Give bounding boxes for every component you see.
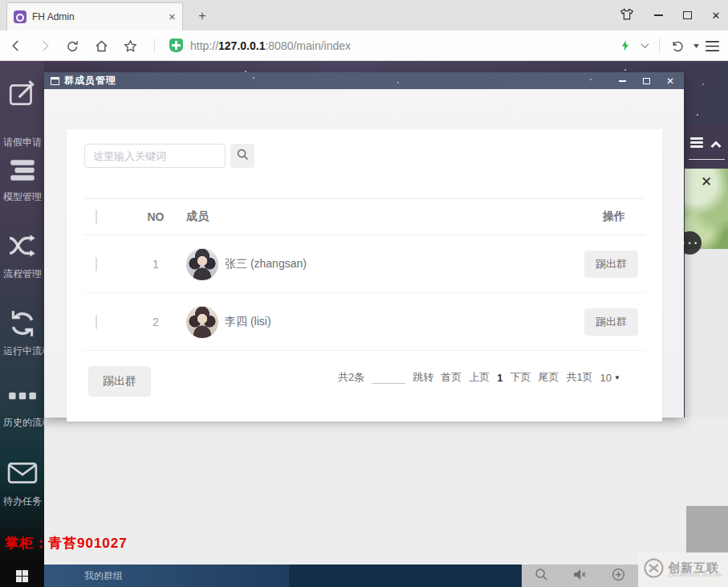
pagination-next-button[interactable]: 下页: [510, 370, 531, 385]
row-checkbox[interactable]: [96, 315, 97, 329]
row-no: 2: [140, 316, 172, 328]
new-tab-button[interactable]: +: [193, 6, 212, 26]
site-security-icon[interactable]: [169, 39, 183, 52]
members-card: NO 成员 操作 1 张三 (zhangsan) 踢出群: [67, 129, 662, 422]
search-icon: [237, 149, 249, 163]
windows-start-button[interactable]: [0, 565, 44, 587]
chevron-up-icon[interactable]: [710, 137, 722, 152]
row-no: 1: [140, 258, 172, 271]
undo-dropdown-caret-icon[interactable]: [687, 37, 705, 55]
url-scheme: http://: [190, 39, 218, 52]
sidebar-label: 流程管理: [3, 267, 42, 281]
table-row: 2 李四 (lisi) 踢出群: [84, 293, 645, 351]
viewer-controls: [522, 565, 638, 587]
page-viewport: 请假申请 模型管理 流程管理: [0, 61, 728, 587]
right-gray-panel: [686, 506, 728, 552]
tab-close-icon[interactable]: ✕: [169, 12, 176, 22]
pagination-total: 共2条: [338, 370, 364, 385]
chevron-down-icon[interactable]: [636, 37, 653, 55]
sidebar-label: 模型管理: [3, 190, 42, 204]
member-avatar: [186, 306, 218, 338]
member-avatar: [186, 248, 218, 280]
page-size-value: 10: [600, 372, 612, 384]
tab-title: FH Admin: [32, 11, 163, 22]
site-favicon-icon: [14, 10, 26, 23]
dialog-close-button[interactable]: ✕: [665, 75, 676, 87]
row-checkbox[interactable]: [96, 257, 97, 271]
member-name: 张三 (zhangsan): [225, 257, 307, 271]
kick-member-button[interactable]: 踢出群: [584, 251, 638, 278]
dialog-maximize-button[interactable]: [641, 75, 652, 87]
browser-toolbar: http://127.0.0.1:8080/main/index: [0, 31, 728, 61]
table-header-row: NO 成员 操作: [84, 198, 645, 235]
pagination-prev-button[interactable]: 上页: [469, 370, 490, 385]
toolbar-separator: [659, 39, 660, 53]
pagination-jump-button[interactable]: 跳转: [413, 370, 433, 385]
zoom-in-icon[interactable]: [612, 568, 625, 585]
sidebar-label: 历史的流程: [3, 416, 51, 430]
column-header-action: 操作: [542, 210, 638, 224]
address-bar[interactable]: http://127.0.0.1:8080/main/index: [190, 36, 351, 55]
browser-tabstrip: FH Admin ✕ + ✕: [0, 0, 728, 31]
search-button[interactable]: [230, 144, 254, 168]
forward-icon[interactable]: [35, 37, 55, 55]
edit-icon: [7, 79, 38, 112]
browser-tab[interactable]: FH Admin ✕: [6, 2, 183, 31]
ellipsis-icon: [7, 390, 38, 405]
chat-close-icon[interactable]: ✕: [701, 173, 712, 190]
brand-logo-icon: [644, 558, 664, 581]
kick-selected-button[interactable]: 踢出群: [88, 366, 151, 397]
dialog-minimize-button[interactable]: [616, 75, 628, 87]
lightning-icon[interactable]: [616, 37, 634, 55]
dialog-titlebar[interactable]: 群成员管理 ✕: [44, 72, 684, 89]
sidebar-label: 请假申请: [3, 136, 42, 149]
toolbar-separator: [154, 39, 155, 53]
my-groups-tab[interactable]: 我的群组: [84, 569, 123, 583]
content-background: [44, 418, 728, 587]
pagination: 共2条 跳转 首页 上页 1 下页 尾页 共1页 10 ▼: [338, 370, 620, 385]
envelope-icon: [7, 461, 38, 488]
page-size-select[interactable]: 10 ▼: [600, 372, 620, 384]
brand-latin: CHUANGXIN HULIAN: [668, 573, 722, 577]
url-host: 127.0.0.1: [218, 39, 265, 52]
url-path: :8080/main/index: [265, 39, 351, 52]
chat-menu-icon[interactable]: [690, 137, 703, 147]
table-row: 1 张三 (zhangsan) 踢出群: [84, 235, 645, 293]
back-icon[interactable]: [6, 37, 26, 55]
favorites-star-icon[interactable]: [120, 37, 140, 55]
menu-hamburger-icon[interactable]: [703, 37, 721, 55]
app-sidebar: 请假申请 模型管理 流程管理: [0, 61, 44, 587]
shuffle-icon: [7, 231, 38, 263]
pagination-first-button[interactable]: 首页: [441, 370, 462, 385]
window-close-button[interactable]: ✕: [705, 6, 727, 25]
volume-muted-icon[interactable]: [573, 569, 587, 584]
brand-name: 创新互联: [668, 562, 722, 573]
window-minimize-button[interactable]: [647, 6, 669, 25]
sync-icon: [7, 308, 38, 342]
stack-icon: [7, 156, 38, 188]
refresh-icon[interactable]: [63, 37, 82, 55]
sidebar-label: 待办任务: [3, 495, 42, 508]
chat-panel-header: [685, 124, 728, 169]
undo-icon[interactable]: [668, 37, 685, 55]
pagination-current-page[interactable]: 1: [497, 372, 502, 384]
bottom-tab-segment: 我的群组: [44, 565, 289, 587]
group-members-dialog: 群成员管理 ✕: [44, 72, 684, 418]
pagination-last-button[interactable]: 尾页: [538, 370, 559, 385]
home-icon[interactable]: [92, 37, 111, 55]
bottom-bar-fill: [289, 565, 522, 587]
search-input[interactable]: [84, 144, 226, 168]
brand-watermark: 创新互联 CHUANGXIN HULIAN: [638, 552, 728, 587]
column-header-no: NO: [140, 210, 172, 223]
kick-member-button[interactable]: 踢出群: [584, 308, 638, 336]
zoom-search-icon[interactable]: [535, 568, 548, 585]
shopkeeper-watermark: 掌柜：青苔901027: [5, 534, 128, 552]
page-jump-input[interactable]: [372, 372, 405, 384]
member-name: 李四 (lisi): [225, 315, 271, 329]
browser-skin-icon[interactable]: [620, 8, 634, 24]
windows-logo-icon: [16, 570, 28, 582]
caret-down-icon: ▼: [614, 374, 620, 381]
select-all-checkbox[interactable]: [96, 210, 97, 224]
window-maximize-button[interactable]: [676, 6, 698, 25]
dialog-body: NO 成员 操作 1 张三 (zhangsan) 踢出群: [44, 89, 684, 418]
